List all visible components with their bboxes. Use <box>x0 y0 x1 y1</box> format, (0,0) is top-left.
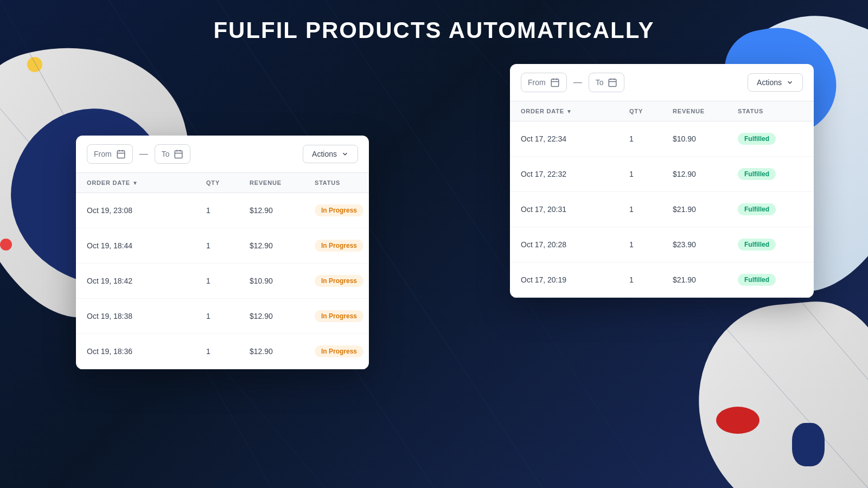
cell-status: Fulfilled <box>738 203 814 215</box>
cell-revenue: $23.90 <box>673 240 738 249</box>
status-badge: Fulfilled <box>738 203 776 215</box>
cell-qty: 1 <box>206 206 250 215</box>
table-row: Oct 17, 20:19 1 $21.90 Fulfilled ⋮ <box>510 262 814 298</box>
cell-date: Oct 19, 18:44 <box>87 241 206 250</box>
from-label-right: From <box>528 78 546 87</box>
status-badge: In Progress <box>315 310 363 322</box>
col-revenue-right: REVENUE <box>673 108 738 114</box>
from-label-left: From <box>94 150 112 158</box>
from-date-right[interactable]: From <box>521 73 567 92</box>
cell-date: Oct 17, 20:28 <box>521 240 629 249</box>
col-status-right: STATUS <box>738 108 814 114</box>
status-badge: Fulfilled <box>738 239 776 251</box>
col-qty-left: QTY <box>206 179 250 186</box>
card-left: From — To Actions ORDER DATE ▼ QTY REVEN… <box>76 136 369 369</box>
cell-revenue: $10.90 <box>673 134 738 143</box>
to-date-right[interactable]: To <box>589 73 625 92</box>
cell-qty: 1 <box>206 347 250 356</box>
table-row: Oct 19, 18:36 1 $12.90 In Progress ⋮ <box>76 334 369 369</box>
table-row: Oct 19, 23:08 1 $12.90 In Progress ⋮ <box>76 193 369 228</box>
cell-status: Fulfilled <box>738 168 814 180</box>
svg-rect-19 <box>609 79 617 87</box>
cell-status: In Progress <box>315 345 369 357</box>
status-badge: Fulfilled <box>738 168 776 180</box>
cell-qty: 1 <box>629 240 673 249</box>
cell-date: Oct 17, 20:31 <box>521 205 629 214</box>
col-revenue-left: REVENUE <box>250 179 315 186</box>
cell-qty: 1 <box>629 170 673 178</box>
cell-date: Oct 19, 18:36 <box>87 347 206 356</box>
cell-qty: 1 <box>206 241 250 250</box>
col-order-date-right[interactable]: ORDER DATE ▼ <box>521 108 629 114</box>
card-left-toolbar: From — To Actions <box>76 136 369 173</box>
table-header-left: ORDER DATE ▼ QTY REVENUE STATUS <box>76 173 369 193</box>
cell-qty: 1 <box>206 277 250 285</box>
cell-date: Oct 19, 18:38 <box>87 312 206 320</box>
blob-bottom-navy <box>792 423 825 466</box>
date-separator-right: — <box>571 78 584 87</box>
cell-revenue: $12.90 <box>673 170 738 178</box>
svg-rect-7 <box>117 151 125 158</box>
calendar-icon-to-right <box>608 78 617 87</box>
cell-date: Oct 17, 20:19 <box>521 275 629 284</box>
cell-revenue: $12.90 <box>250 241 315 250</box>
status-badge: In Progress <box>315 275 363 287</box>
status-badge: In Progress <box>315 345 363 357</box>
cell-date: Oct 19, 23:08 <box>87 206 206 215</box>
table-row: Oct 19, 18:42 1 $10.90 In Progress ⋮ <box>76 264 369 299</box>
cell-qty: 1 <box>629 275 673 284</box>
status-badge: In Progress <box>315 240 363 252</box>
col-status-left: STATUS <box>315 179 369 186</box>
cell-date: Oct 17, 22:32 <box>521 170 629 178</box>
blob-red <box>0 239 12 251</box>
actions-label-right: Actions <box>757 78 782 87</box>
col-qty-right: QTY <box>629 108 673 114</box>
cell-status: Fulfilled <box>738 274 814 286</box>
cell-revenue: $12.90 <box>250 347 315 356</box>
cell-date: Oct 17, 22:34 <box>521 134 629 143</box>
chevron-down-icon-right <box>786 79 794 86</box>
cell-qty: 1 <box>629 205 673 214</box>
actions-button-left[interactable]: Actions <box>303 145 358 163</box>
cell-status: In Progress <box>315 275 369 287</box>
actions-button-right[interactable]: Actions <box>748 73 803 92</box>
table-row: Oct 17, 20:28 1 $23.90 Fulfilled ⋮ <box>510 227 814 262</box>
table-row: Oct 19, 18:44 1 $12.90 In Progress ⋮ <box>76 228 369 264</box>
table-body-right: Oct 17, 22:34 1 $10.90 Fulfilled ⋮ Oct 1… <box>510 121 814 298</box>
calendar-icon-from-right <box>550 78 560 87</box>
sort-icon-left: ▼ <box>132 180 138 186</box>
col-order-date-left[interactable]: ORDER DATE ▼ <box>87 179 206 186</box>
cell-status: In Progress <box>315 240 369 252</box>
actions-label-left: Actions <box>312 150 337 158</box>
from-date-left[interactable]: From <box>87 144 133 164</box>
calendar-icon-to-left <box>174 149 183 159</box>
status-badge: Fulfilled <box>738 274 776 286</box>
cell-qty: 1 <box>206 312 250 320</box>
table-row: Oct 17, 22:32 1 $12.90 Fulfilled ⋮ <box>510 157 814 192</box>
to-date-left[interactable]: To <box>155 144 191 164</box>
blob-bottom-red <box>716 407 760 434</box>
cell-status: In Progress <box>315 310 369 322</box>
sort-icon-right: ▼ <box>566 108 572 114</box>
to-label-right: To <box>596 78 604 87</box>
cell-revenue: $12.90 <box>250 312 315 320</box>
table-header-right: ORDER DATE ▼ QTY REVENUE STATUS <box>510 101 814 121</box>
svg-rect-11 <box>175 151 183 158</box>
cell-revenue: $21.90 <box>673 205 738 214</box>
to-label-left: To <box>162 150 170 158</box>
cell-revenue: $10.90 <box>250 277 315 285</box>
table-body-left: Oct 19, 23:08 1 $12.90 In Progress ⋮ Oct… <box>76 193 369 369</box>
table-row: Oct 17, 22:34 1 $10.90 Fulfilled ⋮ <box>510 121 814 157</box>
card-right: From — To Actions ORDER DATE ▼ QTY REVEN… <box>510 64 814 298</box>
table-row: Oct 17, 20:31 1 $21.90 Fulfilled ⋮ <box>510 192 814 227</box>
card-right-toolbar: From — To Actions <box>510 64 814 101</box>
date-separator-left: — <box>137 149 150 159</box>
svg-rect-15 <box>551 79 559 87</box>
page-title: FULFIL PRODUCTS AUTOMATICALLY <box>0 17 868 43</box>
chevron-down-icon-left <box>341 150 349 158</box>
cell-status: Fulfilled <box>738 133 814 145</box>
cell-revenue: $21.90 <box>673 275 738 284</box>
calendar-icon-from-left <box>116 149 126 159</box>
table-row: Oct 19, 18:38 1 $12.90 In Progress ⋮ <box>76 299 369 334</box>
cell-status: Fulfilled <box>738 239 814 251</box>
